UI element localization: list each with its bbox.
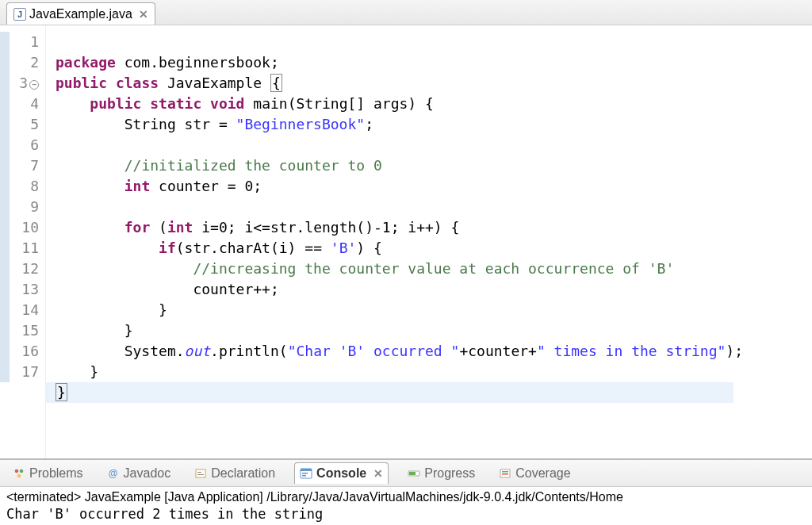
- tab-label: Javadoc: [124, 466, 171, 481]
- problems-icon: [13, 467, 25, 480]
- keyword: int: [167, 219, 193, 236]
- terminated-label: <terminated>: [6, 490, 81, 504]
- comment: //increasing the counter value at each o…: [193, 260, 674, 277]
- tab-label: Progress: [424, 466, 475, 481]
- bracket-match: {: [270, 74, 282, 92]
- bottom-panel: Problems @ Javadoc Declaration Console ✕…: [0, 458, 812, 525]
- close-icon[interactable]: ✕: [373, 467, 383, 480]
- string-literal: "BeginnersBook": [236, 116, 366, 132]
- bottom-tabs: Problems @ Javadoc Declaration Console ✕…: [0, 460, 812, 487]
- svg-rect-11: [409, 472, 416, 475]
- code-text: ;: [365, 116, 373, 132]
- keyword: void: [210, 95, 244, 112]
- java-file-icon: J: [13, 8, 26, 21]
- svg-point-0: [15, 469, 19, 473]
- keyword: for: [124, 219, 151, 236]
- code-text: [56, 240, 159, 256]
- bracket-match: }: [56, 383, 67, 401]
- code-text: +counter+: [459, 343, 537, 359]
- svg-rect-4: [197, 472, 201, 473]
- code-text: [56, 219, 124, 236]
- code-text: counter = 0;: [150, 178, 262, 194]
- keyword: public: [90, 95, 141, 112]
- keyword: package: [56, 54, 116, 71]
- tab-problems[interactable]: Problems: [8, 463, 88, 484]
- tab-progress[interactable]: Progress: [403, 463, 480, 484]
- console-icon: [300, 467, 312, 480]
- code-text: }: [56, 322, 133, 339]
- code-text: }: [56, 301, 167, 318]
- tab-label: Console: [316, 466, 366, 481]
- declaration-icon: [194, 467, 207, 480]
- tab-javadoc[interactable]: @ Javadoc: [102, 463, 176, 484]
- code-text: );: [726, 343, 743, 359]
- editor-tab-filename: JavaExample.java: [29, 7, 132, 21]
- code-text: ) {: [356, 240, 382, 256]
- tab-declaration[interactable]: Declaration: [190, 463, 280, 484]
- code-text: (str.charAt(i) ==: [176, 240, 331, 256]
- coverage-icon: [499, 467, 511, 480]
- field-ref: out: [185, 343, 211, 359]
- code-text: i=0; i<=str.length()-1; i++) {: [193, 219, 459, 236]
- progress-icon: [408, 467, 420, 480]
- code-text: main(String[] args) {: [244, 95, 433, 112]
- code-text: .println(: [210, 343, 288, 359]
- svg-rect-3: [196, 469, 205, 477]
- string-literal: 'B': [331, 240, 357, 256]
- string-literal: " times in the string": [537, 343, 726, 359]
- code-text: [56, 178, 124, 194]
- string-literal: "Char 'B' occurred ": [288, 343, 460, 359]
- code-editor[interactable]: 1 2 3− 4 5 6 7 8 9 10 11 12 13 14 15 16 …: [0, 25, 812, 458]
- svg-point-1: [20, 469, 24, 473]
- tab-label: Problems: [29, 466, 83, 481]
- svg-point-2: [17, 473, 21, 477]
- line-number-gutter: 1 2 3− 4 5 6 7 8 9 10 11 12 13 14 15 16 …: [0, 25, 46, 458]
- tab-label: Declaration: [211, 466, 275, 481]
- code-text: }: [56, 363, 98, 380]
- keyword: static: [150, 95, 201, 112]
- javadoc-icon: @: [107, 467, 120, 480]
- code-text: com.beginnersbook;: [116, 54, 279, 71]
- svg-rect-13: [502, 471, 508, 473]
- svg-rect-5: [197, 474, 204, 475]
- tab-label: Coverage: [515, 466, 570, 481]
- keyword: class: [116, 75, 159, 91]
- code-text: (: [150, 219, 167, 236]
- code-text: [56, 157, 124, 174]
- svg-rect-14: [502, 473, 508, 475]
- tab-coverage[interactable]: Coverage: [494, 463, 575, 484]
- svg-rect-9: [302, 475, 306, 477]
- close-icon[interactable]: ✕: [139, 8, 148, 21]
- editor-tab-active[interactable]: J JavaExample.java ✕: [6, 2, 155, 25]
- svg-rect-7: [301, 469, 312, 471]
- svg-rect-8: [302, 473, 308, 474]
- console-content: <terminated> JavaExample [Java Applicati…: [0, 487, 812, 525]
- keyword: public: [56, 75, 107, 91]
- editor-tab-bar: J JavaExample.java ✕: [0, 0, 812, 25]
- process-path: JavaExample [Java Application] /Library/…: [81, 490, 623, 504]
- code-text: [56, 260, 193, 277]
- fold-icon[interactable]: −: [29, 80, 39, 90]
- keyword: if: [159, 240, 176, 256]
- console-output: Char 'B' occurred 2 times in the string: [6, 506, 806, 522]
- code-text: System.: [56, 343, 185, 359]
- code-content[interactable]: package com.beginnersbook; public class …: [46, 25, 743, 458]
- comment: //initialized the counter to 0: [124, 157, 382, 174]
- console-process-header: <terminated> JavaExample [Java Applicati…: [6, 490, 806, 504]
- tab-console[interactable]: Console ✕: [294, 462, 389, 484]
- code-text: counter++;: [56, 281, 279, 297]
- keyword: int: [124, 178, 151, 194]
- code-text: JavaExample: [159, 75, 270, 91]
- code-text: String str =: [56, 116, 236, 132]
